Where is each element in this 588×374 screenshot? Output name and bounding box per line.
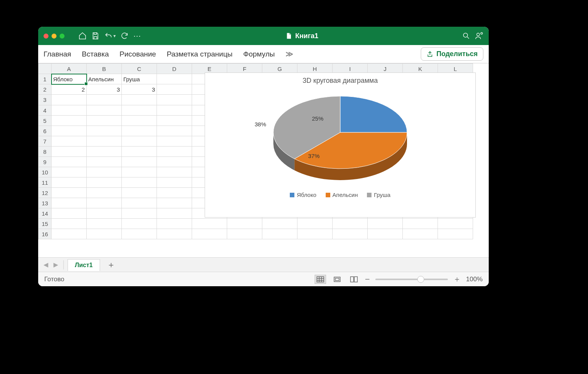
cell[interactable] bbox=[297, 229, 333, 239]
cell[interactable] bbox=[87, 188, 122, 198]
cell[interactable] bbox=[157, 105, 192, 116]
col-header[interactable]: D bbox=[157, 64, 192, 74]
cell[interactable] bbox=[87, 105, 122, 116]
cell[interactable] bbox=[122, 105, 157, 116]
cell[interactable] bbox=[52, 198, 87, 208]
zoom-out-button[interactable]: − bbox=[365, 274, 370, 284]
cell-A1[interactable]: Яблоко bbox=[52, 74, 87, 84]
cell[interactable] bbox=[157, 136, 192, 147]
close-window-button[interactable] bbox=[44, 34, 48, 39]
cell[interactable] bbox=[438, 219, 473, 229]
cell[interactable] bbox=[122, 229, 157, 239]
cell[interactable] bbox=[157, 198, 192, 208]
cell[interactable] bbox=[262, 229, 297, 239]
row-header[interactable]: 2 bbox=[39, 84, 52, 95]
col-header[interactable]: A bbox=[52, 64, 87, 74]
cell[interactable] bbox=[122, 219, 157, 229]
row-header[interactable]: 4 bbox=[39, 105, 52, 116]
cell[interactable] bbox=[52, 147, 87, 157]
row-header[interactable]: 1 bbox=[39, 74, 52, 84]
cell[interactable] bbox=[87, 136, 122, 147]
minimize-window-button[interactable] bbox=[52, 34, 57, 39]
redo-icon[interactable] bbox=[120, 32, 129, 40]
cell[interactable] bbox=[192, 219, 227, 229]
cell[interactable] bbox=[122, 136, 157, 147]
view-normal-button[interactable] bbox=[315, 275, 326, 284]
col-header[interactable]: C bbox=[122, 64, 157, 74]
cell[interactable] bbox=[52, 126, 87, 136]
cell[interactable] bbox=[333, 219, 368, 229]
undo-dropdown-icon[interactable]: ▾ bbox=[113, 33, 116, 39]
zoom-in-button[interactable]: ＋ bbox=[453, 274, 461, 284]
row-header[interactable]: 7 bbox=[39, 136, 52, 147]
cell[interactable] bbox=[87, 126, 122, 136]
cell[interactable] bbox=[157, 229, 192, 239]
cell[interactable] bbox=[333, 229, 368, 239]
cell[interactable] bbox=[87, 116, 122, 126]
cell[interactable] bbox=[122, 116, 157, 126]
cell[interactable] bbox=[52, 188, 87, 198]
cell[interactable] bbox=[157, 177, 192, 188]
chart-object[interactable]: 3D круговая диаграмма 25% 37% 38% Яблоко… bbox=[205, 73, 476, 218]
zoom-window-button[interactable] bbox=[60, 34, 65, 39]
cell[interactable] bbox=[87, 229, 122, 239]
home-icon[interactable] bbox=[78, 32, 87, 40]
cell[interactable] bbox=[157, 116, 192, 126]
row-header[interactable]: 14 bbox=[39, 208, 52, 219]
cell[interactable] bbox=[87, 219, 122, 229]
cell[interactable] bbox=[297, 219, 333, 229]
coauthor-icon[interactable] bbox=[475, 32, 483, 40]
cell[interactable] bbox=[157, 95, 192, 105]
tab-draw[interactable]: Рисование bbox=[120, 50, 156, 58]
cell[interactable] bbox=[87, 95, 122, 105]
cell[interactable] bbox=[157, 126, 192, 136]
cell-C2[interactable]: 3 bbox=[122, 84, 157, 95]
cell[interactable] bbox=[122, 157, 157, 167]
cell[interactable] bbox=[87, 177, 122, 188]
ribbon-more-icon[interactable]: ≫ bbox=[286, 50, 293, 58]
tab-insert[interactable]: Вставка bbox=[82, 50, 109, 58]
cell[interactable] bbox=[52, 157, 87, 167]
col-header[interactable]: B bbox=[87, 64, 122, 74]
save-icon[interactable] bbox=[91, 32, 100, 40]
cell[interactable] bbox=[227, 229, 262, 239]
cell[interactable] bbox=[52, 95, 87, 105]
tab-nav-prev-icon[interactable]: ◀ bbox=[42, 261, 50, 268]
row-header[interactable]: 6 bbox=[39, 126, 52, 136]
cell[interactable] bbox=[122, 198, 157, 208]
cell[interactable] bbox=[87, 167, 122, 177]
cell[interactable] bbox=[157, 147, 192, 157]
tab-home[interactable]: Главная bbox=[44, 50, 71, 58]
cell[interactable] bbox=[227, 219, 262, 229]
cell[interactable] bbox=[368, 219, 403, 229]
row-header[interactable]: 15 bbox=[39, 219, 52, 229]
cell[interactable] bbox=[122, 167, 157, 177]
row-header[interactable]: 12 bbox=[39, 188, 52, 198]
cell[interactable] bbox=[122, 147, 157, 157]
cell[interactable] bbox=[157, 84, 192, 95]
cell[interactable] bbox=[403, 229, 438, 239]
cell[interactable] bbox=[122, 208, 157, 219]
cell[interactable] bbox=[157, 157, 192, 167]
row-header[interactable]: 5 bbox=[39, 116, 52, 126]
view-pagebreak-button[interactable] bbox=[348, 275, 360, 284]
row-header[interactable]: 11 bbox=[39, 177, 52, 188]
row-header[interactable]: 8 bbox=[39, 147, 52, 157]
cell[interactable] bbox=[122, 177, 157, 188]
view-pagelayout-button[interactable] bbox=[331, 275, 343, 284]
tab-pagelayout[interactable]: Разметка страницы bbox=[167, 50, 233, 58]
row-header[interactable]: 9 bbox=[39, 157, 52, 167]
undo-icon[interactable] bbox=[104, 32, 113, 40]
cell[interactable] bbox=[122, 188, 157, 198]
cell-B1[interactable]: Апельсин bbox=[87, 74, 122, 84]
cell[interactable] bbox=[52, 208, 87, 219]
zoom-level[interactable]: 100% bbox=[466, 276, 483, 283]
search-icon[interactable] bbox=[462, 32, 470, 40]
tab-formulas[interactable]: Формулы bbox=[243, 50, 275, 58]
sheet-area[interactable]: A B C D E F G H I J K L 1 Яблоко Апельси… bbox=[38, 63, 489, 257]
cell[interactable] bbox=[87, 198, 122, 208]
cell-A2[interactable]: 2 bbox=[52, 84, 87, 95]
cell[interactable] bbox=[438, 229, 473, 239]
cell[interactable] bbox=[403, 219, 438, 229]
cell[interactable] bbox=[87, 157, 122, 167]
